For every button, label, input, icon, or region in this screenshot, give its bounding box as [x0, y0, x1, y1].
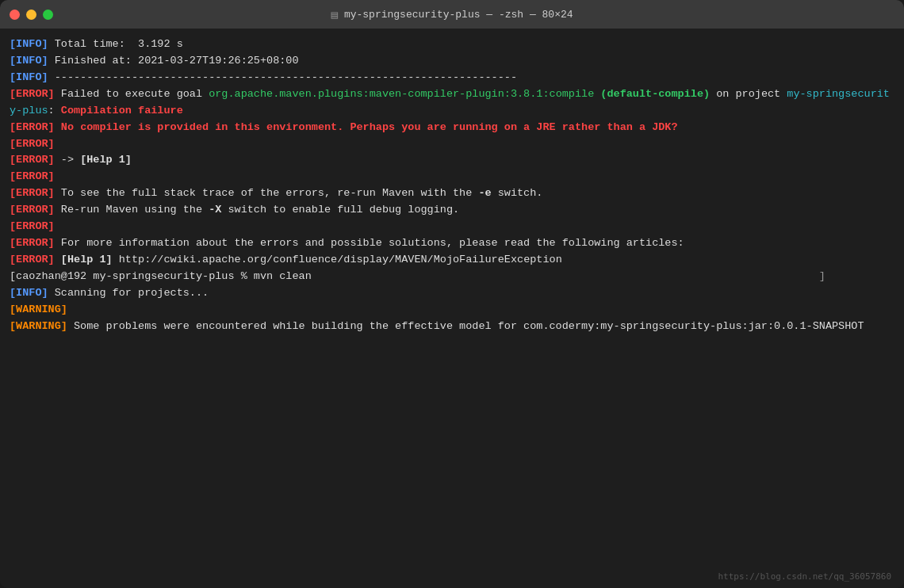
line-text: ->	[55, 154, 80, 166]
info-tag: [INFO]	[10, 287, 48, 299]
window-title: my-springsecurity-plus — -zsh — 80×24	[344, 9, 573, 21]
error-tag: [ERROR]	[10, 170, 55, 182]
terminal-wrapper: [INFO] Total time: 3.192 s [INFO] Finish…	[0, 29, 904, 588]
terminal-body[interactable]: [INFO] Total time: 3.192 s [INFO] Finish…	[0, 29, 904, 588]
line-text: org.apache.maven.plugins:maven-compiler-…	[209, 88, 594, 100]
terminal-line: [ERROR]	[10, 169, 894, 185]
line-text: on project	[710, 88, 787, 100]
terminal-line: [INFO] Scanning for projects...	[10, 285, 894, 302]
line-text: switch to enable full debug logging.	[221, 204, 459, 216]
line-text: switch.	[492, 187, 543, 199]
terminal-line: [caozhan@192 my-springsecurity-plus % mv…	[10, 269, 894, 285]
terminal-line: [ERROR] [Help 1] http://cwiki.apache.org…	[10, 252, 894, 269]
warning-tag: [WARNING]	[10, 320, 67, 332]
line-text	[55, 121, 61, 133]
folder-icon: ▤	[331, 8, 337, 21]
line-text: Compilation failure	[61, 105, 183, 116]
line-text: :	[48, 105, 61, 116]
line-text: (default-compile)	[600, 88, 710, 100]
error-tag: [ERROR]	[10, 154, 55, 166]
line-text: Finished at: 2021-03-27T19:26:25+08:00	[48, 55, 299, 67]
line-text: Total time: 3.192 s	[48, 38, 183, 50]
info-tag: [INFO]	[10, 55, 48, 67]
info-tag: [INFO]	[10, 38, 48, 50]
error-tag: [ERROR]	[10, 138, 55, 150]
terminal-line: [ERROR] To see the full stack trace of t…	[10, 185, 894, 202]
line-text: [Help 1]	[80, 154, 132, 166]
line-text: Some problems were encountered while bui…	[67, 320, 864, 332]
error-tag: [ERROR]	[10, 237, 55, 249]
error-tag: [ERROR]	[10, 220, 55, 232]
line-text: Scanning for projects...	[48, 287, 209, 299]
line-text: For more information about the errors an…	[55, 237, 684, 249]
error-tag: [ERROR]	[10, 187, 55, 199]
titlebar-title: ▤ my-springsecurity-plus — -zsh — 80×24	[331, 8, 573, 21]
watermark: https://blog.csdn.net/qq_36057860	[718, 571, 891, 582]
line-text: -X	[209, 204, 221, 216]
titlebar: ▤ my-springsecurity-plus — -zsh — 80×24	[0, 0, 904, 29]
terminal-line: [ERROR] No compiler is provided in this …	[10, 120, 894, 136]
info-tag: [INFO]	[10, 71, 48, 83]
error-tag: [ERROR]	[10, 204, 55, 216]
terminal-line: [ERROR] Re-run Maven using the -X switch…	[10, 202, 894, 219]
maximize-button[interactable]	[43, 10, 53, 20]
terminal-window: ▤ my-springsecurity-plus — -zsh — 80×24 …	[0, 0, 904, 588]
line-text: No compiler is provided in this environm…	[61, 121, 678, 133]
line-text: ]	[312, 270, 825, 282]
warning-tag: [WARNING]	[10, 304, 67, 315]
error-tag: [ERROR]	[10, 121, 55, 133]
line-text: http://cwiki.apache.org/confluence/displ…	[113, 254, 562, 265]
line-text	[55, 254, 61, 265]
terminal-line: [ERROR] -> [Help 1]	[10, 152, 894, 169]
terminal-line: [ERROR]	[10, 136, 894, 153]
line-text: To see the full stack trace of the error…	[55, 187, 479, 199]
line-text: [Help 1]	[61, 254, 113, 265]
prompt-text: [caozhan@192 my-springsecurity-plus % mv…	[10, 270, 312, 282]
close-button[interactable]	[10, 10, 20, 20]
line-text: Re-run Maven using the	[55, 204, 209, 216]
terminal-line: [WARNING]	[10, 302, 894, 319]
line-text: ----------------------------------------…	[48, 71, 517, 83]
terminal-line: [ERROR] Failed to execute goal org.apach…	[10, 86, 894, 120]
line-text: Failed to execute goal	[55, 88, 209, 100]
terminal-line: [INFO] Total time: 3.192 s	[10, 36, 894, 53]
line-text: -e	[478, 187, 491, 199]
error-tag: [ERROR]	[10, 254, 55, 265]
traffic-lights	[10, 10, 53, 20]
terminal-line: [INFO] ---------------------------------…	[10, 70, 894, 86]
terminal-line: [WARNING] Some problems were encountered…	[10, 319, 894, 335]
error-tag: [ERROR]	[10, 88, 55, 100]
minimize-button[interactable]	[26, 10, 36, 20]
terminal-line: [INFO] Finished at: 2021-03-27T19:26:25+…	[10, 53, 894, 70]
terminal-line: [ERROR]	[10, 219, 894, 235]
terminal-line: [ERROR] For more information about the e…	[10, 235, 894, 252]
